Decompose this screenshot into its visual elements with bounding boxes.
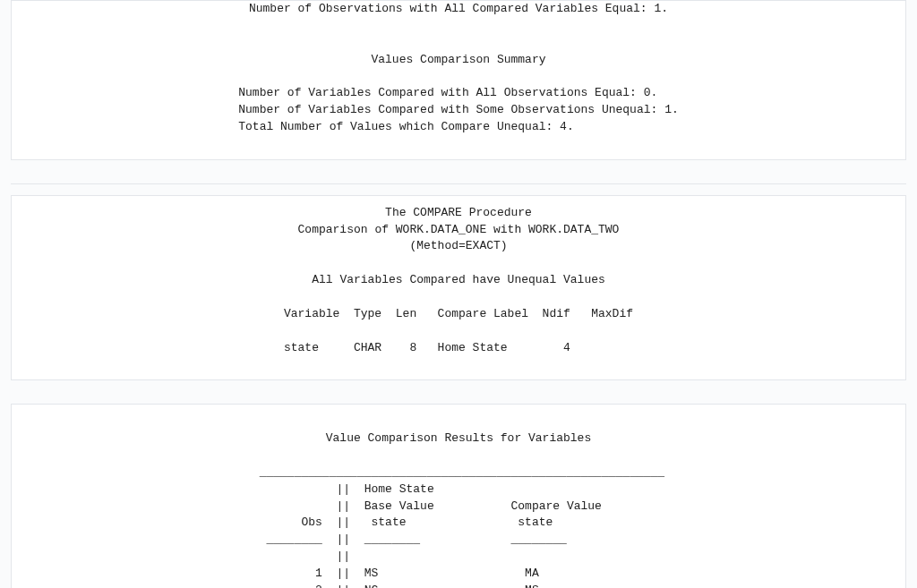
compare-header: Variable Type Len Compare Label Ndif Max…: [284, 307, 633, 320]
compare-title-2: Comparison of WORK.DATA_ONE with WORK.DA…: [33, 222, 884, 239]
vc-hr-top: ________________________________________…: [253, 465, 664, 479]
vc-hdr-sep: ________ || ________ ________: [253, 533, 567, 546]
obs-equal-line: Number of Observations with All Compared…: [33, 1, 884, 18]
blank-line: [33, 289, 884, 306]
panel-compare-procedure: The COMPARE Procedure Comparison of WORK…: [11, 195, 906, 381]
section-divider: [11, 183, 906, 184]
total-unequal: Total Number of Values which Compare Une…: [238, 120, 573, 133]
compare-subtitle: All Variables Compared have Unequal Valu…: [33, 272, 884, 289]
blank-line: [33, 447, 884, 464]
vc-hdr1: || Home State: [253, 482, 434, 496]
blank-line: [33, 18, 884, 35]
values-summary-block: Number of Variables Compared with All Ob…: [33, 85, 884, 136]
vars-all-equal: Number of Variables Compared with All Ob…: [238, 86, 657, 99]
vc-row-1: 1 || MS MA: [253, 567, 539, 580]
blank-line: [33, 255, 884, 272]
vc-hdr-blank: ||: [253, 550, 350, 563]
values-summary-title: Values Comparison Summary: [33, 52, 884, 69]
compare-title-1: The COMPARE Procedure: [33, 205, 884, 222]
vc-hdr3: Obs || state state: [253, 516, 553, 529]
compare-row: state CHAR 8 Home State 4: [284, 341, 570, 354]
vc-row-2: 2 || NC MS: [253, 584, 539, 588]
panel-summary: Number of Observations with All Compared…: [11, 0, 906, 160]
value-comparison-title: Value Comparison Results for Variables: [33, 430, 884, 447]
compare-title-3: (Method=EXACT): [33, 238, 884, 255]
vc-hdr2: || Base Value Compare Value: [253, 499, 602, 513]
vars-some-unequal: Number of Variables Compared with Some O…: [238, 103, 678, 116]
compare-table-block: Variable Type Len Compare Label Ndif Max…: [33, 306, 884, 357]
blank-line: [33, 35, 884, 52]
blank-line: [33, 413, 884, 430]
value-comparison-table: ________________________________________…: [33, 464, 884, 588]
blank-line: [33, 68, 884, 85]
panel-value-comparison: Value Comparison Results for Variables _…: [11, 404, 906, 588]
